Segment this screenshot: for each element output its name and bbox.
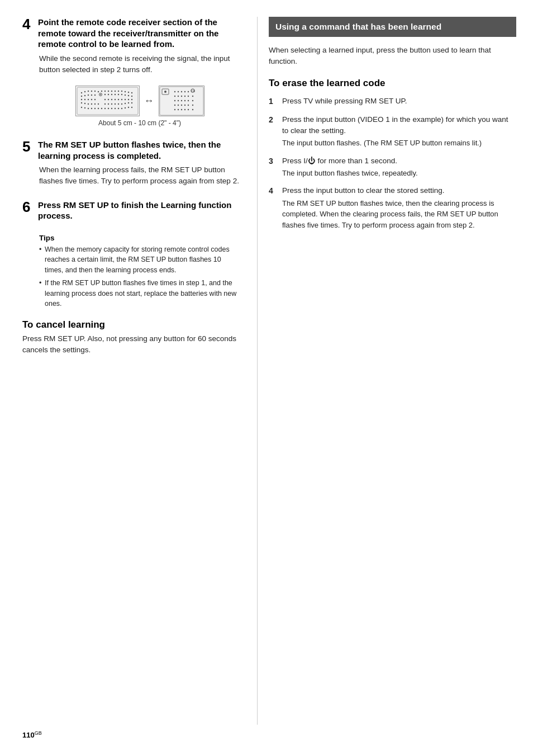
svg-point-35 <box>87 99 88 100</box>
svg-point-14 <box>124 91 125 92</box>
svg-point-108 <box>180 109 182 110</box>
svg-point-37 <box>94 99 95 100</box>
svg-text:CD: CD <box>191 89 196 93</box>
svg-point-63 <box>84 107 85 108</box>
svg-point-44 <box>124 99 125 100</box>
svg-point-89 <box>177 96 178 97</box>
svg-point-74 <box>121 108 122 109</box>
section-header: Using a command that has been learned <box>269 17 516 37</box>
svg-point-48 <box>84 103 85 104</box>
svg-point-24 <box>104 94 105 95</box>
step-6-block: 6 Press RM SET UP to finish the Learning… <box>22 200 240 221</box>
svg-point-91 <box>184 96 185 97</box>
svg-point-58 <box>121 103 122 105</box>
svg-point-46 <box>131 99 132 100</box>
svg-point-50 <box>91 103 92 105</box>
erase-step-4: 4 Press the input button to clear the st… <box>269 185 516 230</box>
svg-point-38 <box>104 99 105 100</box>
svg-point-17 <box>80 96 82 97</box>
svg-point-69 <box>104 108 105 109</box>
svg-point-76 <box>127 107 129 108</box>
section-intro: When selecting a learned input, press th… <box>269 45 516 68</box>
svg-point-95 <box>177 100 178 101</box>
step-4-body: While the second remote is receiving the… <box>39 53 240 76</box>
step-6-number: 6 <box>22 200 34 214</box>
svg-point-23 <box>100 94 101 95</box>
svg-point-39 <box>107 99 108 100</box>
svg-point-97 <box>184 100 185 101</box>
svg-point-25 <box>107 94 108 95</box>
svg-point-96 <box>180 100 182 101</box>
cancel-title: To cancel learning <box>22 319 240 330</box>
right-column: Using a command that has been learned Wh… <box>257 17 533 725</box>
svg-point-62 <box>80 107 82 108</box>
svg-point-42 <box>117 99 118 100</box>
svg-point-72 <box>114 108 115 109</box>
svg-point-75 <box>124 107 125 108</box>
svg-point-56 <box>114 103 115 105</box>
svg-point-26 <box>111 94 112 95</box>
tips-title: Tips <box>39 234 240 242</box>
erase-steps-list: 1 Press TV while pressing RM SET UP. 2 P… <box>269 96 516 231</box>
erase-step-2-number: 2 <box>269 114 278 149</box>
page-number: 110GB <box>22 730 42 739</box>
step-4-heading: 4 Point the remote code receiver section… <box>22 17 240 50</box>
page-number-superscript: GB <box>35 730 42 736</box>
step-5-body: When the learning process fails, the RM … <box>39 164 240 187</box>
svg-point-65 <box>91 108 92 109</box>
svg-point-93 <box>192 96 193 97</box>
svg-point-31 <box>127 95 129 96</box>
step-5-heading: 5 The RM SET UP button flashes twice, th… <box>22 139 240 161</box>
svg-point-3 <box>87 91 88 92</box>
cancel-body: Press RM SET UP. Also, not pressing any … <box>22 333 240 356</box>
svg-point-33 <box>80 99 82 100</box>
svg-point-111 <box>192 109 193 110</box>
step-4-number: 4 <box>22 17 34 31</box>
svg-point-106 <box>174 109 175 110</box>
svg-point-59 <box>124 103 125 104</box>
svg-point-13 <box>121 91 122 92</box>
erase-subheading: To erase the learned code <box>269 78 516 89</box>
svg-point-10 <box>111 91 112 92</box>
svg-point-64 <box>87 108 88 109</box>
svg-point-4 <box>91 91 92 92</box>
svg-point-82 <box>177 91 178 92</box>
svg-point-1 <box>80 92 82 93</box>
svg-point-36 <box>91 99 92 100</box>
svg-point-85 <box>187 91 188 92</box>
svg-point-101 <box>177 105 178 106</box>
svg-point-49 <box>87 103 88 105</box>
svg-point-9 <box>107 91 108 92</box>
erase-step-3-sub: The input button flashes twice, repeated… <box>282 168 516 179</box>
erase-step-4-number: 4 <box>269 185 278 230</box>
svg-point-6 <box>97 91 98 92</box>
svg-point-53 <box>104 103 105 105</box>
svg-point-92 <box>187 96 188 97</box>
erase-step-3: 3 Press I/⏻ for more than 1 second. The … <box>269 155 516 179</box>
svg-point-27 <box>114 94 115 95</box>
svg-point-103 <box>184 105 185 106</box>
svg-point-45 <box>127 99 129 100</box>
erase-step-3-content: Press I/⏻ for more than 1 second. The in… <box>282 155 516 179</box>
svg-point-73 <box>117 108 118 109</box>
svg-point-43 <box>121 99 122 100</box>
svg-point-28 <box>117 94 118 95</box>
svg-rect-0 <box>77 87 138 115</box>
svg-point-70 <box>107 108 108 109</box>
svg-point-104 <box>187 105 188 106</box>
svg-point-34 <box>84 99 85 100</box>
svg-point-107 <box>177 109 178 110</box>
remote-left-image <box>75 86 140 116</box>
erase-step-1-main: Press TV while pressing RM SET UP. <box>282 97 407 105</box>
svg-point-52 <box>97 103 98 105</box>
svg-point-102 <box>180 105 182 106</box>
erase-step-3-number: 3 <box>269 155 278 179</box>
step-5-number: 5 <box>22 139 34 154</box>
svg-point-18 <box>84 95 85 96</box>
svg-point-98 <box>187 100 188 101</box>
svg-point-109 <box>184 109 185 110</box>
tips-section: Tips When the memory capacity for storin… <box>39 234 240 310</box>
svg-point-11 <box>114 91 115 92</box>
svg-point-68 <box>101 108 102 109</box>
erase-step-1: 1 Press TV while pressing RM SET UP. <box>269 96 516 107</box>
